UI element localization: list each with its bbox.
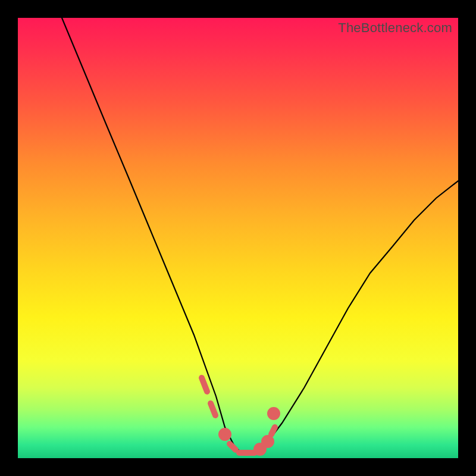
curve-path [62,18,458,454]
chart-frame: TheBottleneck.com [0,0,476,476]
bottleneck-curve [18,18,458,458]
svg-line-3 [230,444,236,450]
plot-area: TheBottleneck.com [18,18,458,458]
svg-line-0 [202,378,207,392]
svg-line-7 [271,427,275,434]
svg-point-8 [270,410,277,417]
svg-point-6 [264,438,271,445]
svg-line-1 [211,403,215,415]
svg-point-5 [256,446,264,453]
svg-point-2 [221,431,228,438]
